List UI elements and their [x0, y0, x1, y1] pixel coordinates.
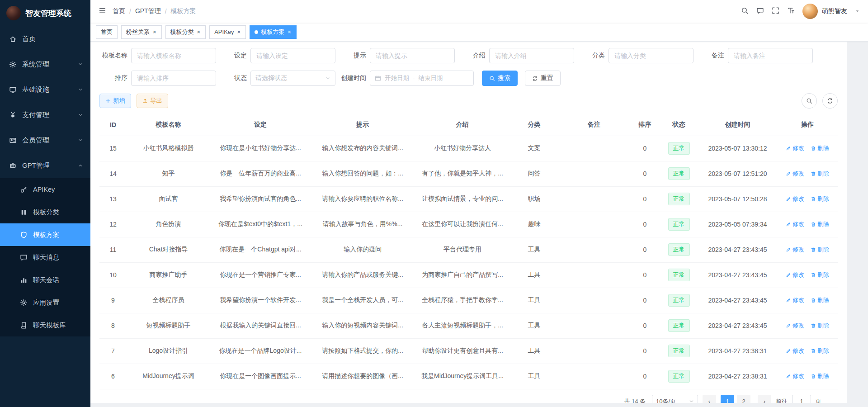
delete-link[interactable]: 删除 [811, 195, 829, 203]
reset-button[interactable]: 重置 [525, 71, 561, 86]
edit-link[interactable]: 修改 [786, 322, 804, 330]
delete-link[interactable]: 删除 [811, 347, 829, 355]
refresh-icon [532, 76, 538, 81]
edit-link[interactable]: 修改 [786, 144, 804, 152]
edit-link[interactable]: 修改 [786, 246, 804, 254]
cell-created: 2023-05-07 12:51:20 [698, 161, 777, 186]
page-button-2[interactable]: 2 [737, 395, 750, 403]
delete-label: 删除 [817, 271, 829, 279]
edit-label: 修改 [793, 170, 804, 178]
delete-link[interactable]: 删除 [811, 372, 829, 380]
sidebar-item-label: 会员管理 [22, 136, 49, 145]
sidebar-item-chat-template-lib[interactable]: 聊天模板库 [0, 314, 90, 336]
tab-template-plan[interactable]: 模板方案× [250, 25, 297, 39]
close-icon[interactable]: × [237, 29, 241, 35]
cell-id: 9 [99, 288, 127, 313]
refresh-table-button[interactable] [822, 93, 838, 109]
page-button-1[interactable]: 1 [721, 395, 734, 403]
close-icon[interactable]: × [287, 29, 292, 35]
sidebar-toggle-icon[interactable] [99, 7, 106, 16]
delete-link[interactable]: 删除 [811, 246, 829, 254]
prompt-label: 提示 [338, 52, 370, 60]
delete-link[interactable]: 删除 [811, 322, 829, 330]
tab-label: APIKey [214, 28, 234, 35]
sidebar-item-app-settings[interactable]: 应用设置 [0, 291, 90, 314]
cell-intro: 全栈程序猿，手把手教你学... [415, 288, 510, 313]
sidebar-item-chat-session[interactable]: 聊天会话 [0, 269, 90, 291]
font-size-icon[interactable] [787, 7, 795, 16]
cell-category: 工具 [510, 288, 558, 313]
edit-link[interactable]: 修改 [786, 220, 804, 228]
cell-status: 正常 [660, 364, 698, 389]
pagination: 共 14 条 10条/页 ‹ 12 › 前往 页 [99, 395, 838, 403]
sidebar-item-member[interactable]: 会员管理 [0, 128, 90, 153]
template-name-field: 模板名称 [99, 48, 216, 63]
category-input[interactable] [609, 48, 693, 63]
avatar[interactable] [802, 4, 818, 19]
column-header: ID [99, 114, 127, 136]
user-name[interactable]: 萌熊智友 [822, 7, 847, 15]
toggle-search-button[interactable] [802, 93, 817, 109]
edit-link[interactable]: 修改 [786, 296, 804, 304]
breadcrumb-home[interactable]: 首页 [113, 7, 125, 15]
setting-input[interactable] [250, 48, 335, 63]
breadcrumb-gpt[interactable]: GPT管理 [135, 7, 161, 15]
delete-link[interactable]: 删除 [811, 296, 829, 304]
edit-link[interactable]: 修改 [786, 195, 804, 203]
sidebar-item-payment[interactable]: 支付管理 [0, 102, 90, 128]
goto-page-input[interactable] [792, 395, 811, 403]
search-button[interactable]: 搜索 [482, 71, 518, 86]
edit-link[interactable]: 修改 [786, 347, 804, 355]
cell-created: 2023-04-27 23:43:45 [698, 262, 777, 288]
sidebar-item-apikey[interactable]: APIKey [0, 178, 90, 201]
next-page-button[interactable]: › [758, 395, 771, 403]
sidebar-item-home[interactable]: 首页 [0, 26, 90, 52]
column-header: 分类 [510, 114, 558, 136]
tab-label: 首页 [101, 28, 113, 36]
message-icon[interactable] [756, 7, 764, 16]
edit-icon [786, 247, 791, 252]
delete-link[interactable]: 删除 [811, 144, 829, 152]
sidebar-item-infrastructure[interactable]: 基础设施 [0, 77, 90, 102]
sidebar-item-system[interactable]: 系统管理 [0, 52, 90, 77]
sidebar-item-template-plan[interactable]: 模板方案 [0, 223, 90, 246]
delete-link[interactable]: 删除 [811, 170, 829, 178]
delete-link[interactable]: 删除 [811, 220, 829, 228]
search-form-row2: 排序 状态 请选择状态 创建时间 开始日期 - 结束 [99, 71, 838, 86]
delete-link[interactable]: 删除 [811, 271, 829, 279]
search-icon[interactable] [741, 7, 749, 16]
sidebar-item-label: 系统管理 [22, 60, 49, 69]
edit-icon [786, 298, 791, 303]
page-size-select[interactable]: 10条/页 [652, 395, 698, 403]
tab-home[interactable]: 首页 [96, 25, 118, 39]
sidebar-item-gpt[interactable]: GPT管理 [0, 153, 90, 178]
tab-apikey[interactable]: APIKey× [209, 25, 246, 39]
close-icon[interactable]: × [152, 29, 157, 35]
close-icon[interactable]: × [197, 29, 201, 35]
status-select[interactable]: 请选择状态 [250, 71, 335, 86]
edit-link[interactable]: 修改 [786, 271, 804, 279]
template-name-input[interactable] [131, 48, 216, 63]
chevron-down-icon[interactable] [855, 8, 860, 15]
fullscreen-icon[interactable] [772, 7, 779, 16]
intro-input[interactable] [489, 48, 574, 63]
tab-fans-relation[interactable]: 粉丝关系× [121, 25, 162, 39]
prompt-input[interactable] [370, 48, 455, 63]
sidebar-item-template-category[interactable]: 模板分类 [0, 201, 90, 223]
date-range-picker[interactable]: 开始日期 - 结束日期 [370, 71, 474, 86]
edit-label: 修改 [793, 271, 804, 279]
prev-page-button[interactable]: ‹ [703, 395, 716, 403]
logo[interactable]: 智友管理系统 [0, 0, 90, 26]
tab-template-category[interactable]: 模板分类× [165, 25, 206, 39]
status-badge: 正常 [668, 370, 690, 383]
table-row: 11Chat对接指导你现在是一个Chatgpt api对...输入你的疑问平台代… [99, 237, 838, 262]
edit-link[interactable]: 修改 [786, 170, 804, 178]
sort-input[interactable] [131, 71, 216, 86]
sidebar-item-chat-message[interactable]: 聊天消息 [0, 246, 90, 269]
export-button[interactable]: 导出 [137, 94, 168, 108]
delete-icon [811, 222, 816, 227]
add-button[interactable]: 新增 [99, 94, 131, 108]
remark-input[interactable] [728, 48, 813, 63]
edit-link[interactable]: 修改 [786, 372, 804, 380]
delete-icon [811, 272, 816, 278]
